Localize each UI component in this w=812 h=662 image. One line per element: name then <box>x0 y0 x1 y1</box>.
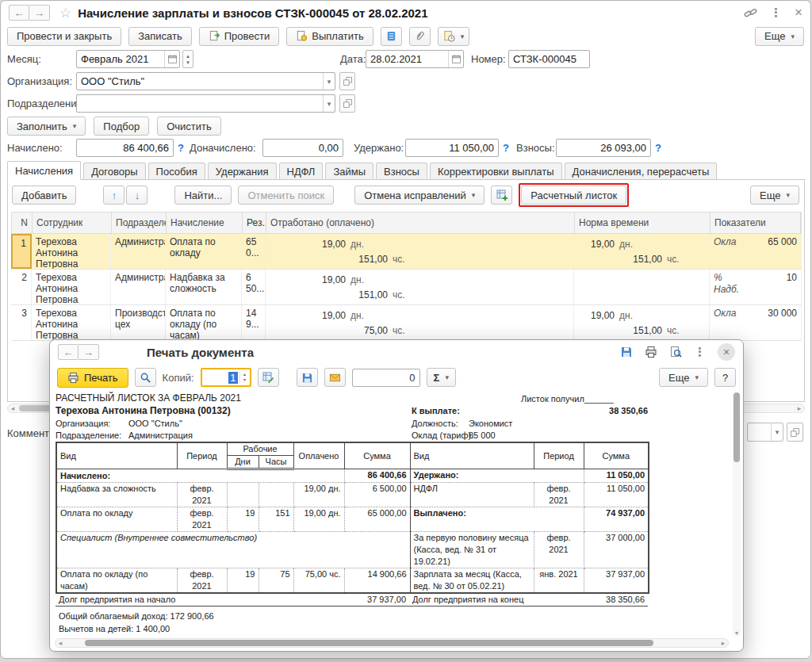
tab-payment-adjustments[interactable]: Корректировки выплаты <box>430 163 562 180</box>
col-employee[interactable]: Сотрудник <box>33 212 112 233</box>
kebab-menu-icon[interactable]: ⋮ <box>770 6 782 20</box>
back-button[interactable]: ← <box>58 344 79 360</box>
spin-up-icon[interactable]: ▴ <box>243 372 246 377</box>
responsible-field-fragment[interactable]: ▾ <box>747 423 783 442</box>
help-button[interactable]: ? <box>714 368 736 387</box>
cancel-search-button[interactable]: Отменить поиск <box>238 186 334 205</box>
kebab-menu-icon[interactable]: ⋮ <box>694 345 706 359</box>
dropdown-arrow-icon[interactable]: ▾ <box>323 95 335 112</box>
debt-row: Долг предприятия на начало37 937,00 Долг… <box>56 594 648 607</box>
month-stepper[interactable]: ▴ ▾ <box>182 50 193 68</box>
dropdown-arrow-icon[interactable]: ▾ <box>323 73 335 90</box>
preview-button[interactable] <box>135 368 156 387</box>
move-down-button[interactable]: ↓ <box>126 186 147 205</box>
copies-stepper[interactable]: 1 ▴▾ <box>201 368 251 387</box>
org-label: Организация: <box>56 419 110 428</box>
month-row: Месяц: Февраль 2021 ▴ ▾ Дата: 28.02.2021… <box>1 50 810 69</box>
contributions-field[interactable]: 26 093,00 <box>556 139 651 157</box>
help-icon[interactable]: ? <box>655 142 661 154</box>
col-n[interactable]: N <box>12 212 33 233</box>
link-icon[interactable] <box>744 6 757 20</box>
calendar-icon[interactable] <box>448 51 463 67</box>
undo-corrections-button[interactable]: Отмена исправлений▾ <box>354 186 485 205</box>
send-email-button[interactable] <box>324 368 346 387</box>
month-field[interactable]: Февраль 2021 <box>76 50 180 68</box>
scroll-left-icon[interactable]: ◂ <box>8 404 17 412</box>
tab-ndfl[interactable]: НДФЛ <box>279 163 324 180</box>
spin-down-icon[interactable]: ▾ <box>243 377 246 383</box>
preview-vertical-scrollbar[interactable]: ▾ <box>733 392 741 637</box>
scroll-down-icon[interactable]: ▾ <box>733 629 741 637</box>
preview-icon[interactable] <box>669 346 682 358</box>
calendar-icon[interactable] <box>164 51 179 67</box>
clear-button[interactable]: Очистить <box>157 117 221 136</box>
col-result[interactable]: Рез... <box>243 212 266 233</box>
help-icon[interactable]: ? <box>503 142 509 154</box>
sum-button[interactable]: Σ▾ <box>427 368 456 387</box>
close-window-icon[interactable]: × <box>795 5 802 21</box>
open-responsible-button[interactable] <box>787 423 803 442</box>
payslip-button[interactable]: Расчетный листок <box>521 186 626 205</box>
open-department-button[interactable] <box>339 94 355 113</box>
table-row[interactable]: 2 Терехова Антонина Петровна Администрац… <box>11 270 802 305</box>
tab-benefits[interactable]: Пособия <box>148 163 205 180</box>
print-icon[interactable] <box>645 346 657 358</box>
attachments-button[interactable] <box>409 27 431 46</box>
open-organization-button[interactable] <box>339 72 355 90</box>
scrollbar-thumb[interactable] <box>85 640 653 646</box>
report-button[interactable] <box>381 27 402 46</box>
col-indicators[interactable]: Показатели <box>710 212 801 233</box>
dropdown-arrow-icon[interactable]: ▾ <box>771 423 783 441</box>
save-file-button[interactable] <box>297 368 318 387</box>
tab-contracts[interactable]: Договоры <box>83 163 145 180</box>
organization-field[interactable]: ООО "Стиль" ▾ <box>76 72 335 90</box>
back-button[interactable]: ← <box>9 5 29 21</box>
col-department[interactable]: Подразделение <box>112 212 167 233</box>
selection-button[interactable]: Подбор <box>94 117 149 136</box>
more-button[interactable]: Еще▾ <box>755 27 804 46</box>
table-row[interactable]: 3 Терехова Антонина Петровна Производств… <box>11 305 802 341</box>
col-accrual[interactable]: Начисление <box>167 212 243 233</box>
print-button[interactable]: Печать <box>57 368 128 388</box>
pay-button[interactable]: Выплатить <box>286 27 373 46</box>
counter-field[interactable]: 0 <box>352 369 420 387</box>
forward-button[interactable]: → <box>29 5 50 21</box>
scroll-right-icon[interactable]: ▸ <box>718 639 728 647</box>
insert-rows-button[interactable] <box>491 186 512 205</box>
tab-recalculations[interactable]: Доначисления, перерасчеты <box>565 163 718 180</box>
withheld-total-field[interactable]: 11 050,00 <box>405 139 499 157</box>
tab-contributions[interactable]: Взносы <box>376 163 427 180</box>
close-dialog-button[interactable]: × <box>718 343 735 361</box>
preview-horizontal-scrollbar[interactable]: ◂ ▸ <box>55 638 729 648</box>
post-and-close-button[interactable]: Провести и закрыть <box>7 27 121 46</box>
accrued-total-field[interactable]: 86 400,66 <box>76 139 174 157</box>
dialog-more-button[interactable]: Еще▾ <box>659 368 708 387</box>
col-worked[interactable]: Отработано (оплачено) <box>266 212 575 233</box>
payslip-header: РАСЧЕТНЫЙ ЛИСТОК ЗА ФЕВРАЛЬ 2021 Листок … <box>56 392 652 442</box>
col-norm[interactable]: Норма времени <box>575 212 710 233</box>
forward-button[interactable]: → <box>79 344 99 360</box>
scrollbar-thumb[interactable] <box>733 392 740 462</box>
help-icon[interactable]: ? <box>178 142 184 154</box>
department-field[interactable]: ▾ <box>76 94 335 113</box>
move-up-button[interactable]: ↑ <box>103 186 124 205</box>
scroll-right-icon[interactable]: ▸ <box>795 404 804 412</box>
favorite-star-icon[interactable]: ☆ <box>59 5 71 21</box>
scroll-left-icon[interactable]: ◂ <box>56 639 65 647</box>
add-row-button[interactable]: Добавить <box>12 186 76 205</box>
save-icon[interactable] <box>620 346 633 358</box>
date-field[interactable]: 28.02.2021 <box>366 50 464 68</box>
number-field[interactable]: СТЗК-000045 <box>508 50 590 68</box>
history-button[interactable]: ▾ <box>438 27 470 46</box>
tab-loans[interactable]: Займы <box>325 163 373 180</box>
save-button[interactable]: Записать <box>128 27 192 46</box>
fill-button[interactable]: Заполнить▾ <box>7 117 86 136</box>
find-button[interactable]: Найти... <box>174 186 232 205</box>
grid-more-button[interactable]: Еще▾ <box>750 186 799 205</box>
table-row[interactable]: 1 Терехова Антонина Петровна Администрац… <box>11 234 802 270</box>
tab-deductions[interactable]: Удержания <box>208 163 277 180</box>
page-setup-button[interactable] <box>258 368 279 387</box>
post-button[interactable]: Провести <box>199 27 280 46</box>
extra-accrued-field[interactable]: 0,00 <box>262 139 343 157</box>
tab-accruals[interactable]: Начисления <box>7 161 81 180</box>
